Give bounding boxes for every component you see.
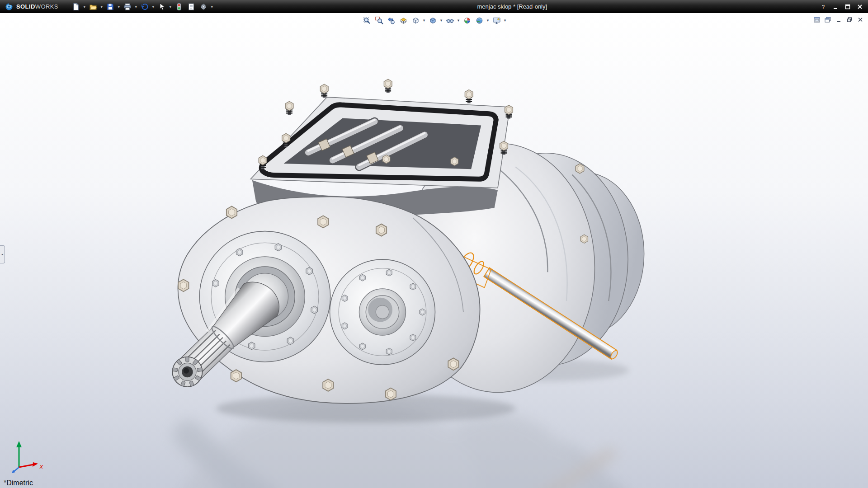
triad-z-axis	[14, 467, 19, 472]
doc-close-button[interactable]	[856, 16, 864, 23]
maximize-button[interactable]	[842, 2, 853, 11]
view-settings-button[interactable]	[491, 14, 502, 26]
cover-bolt[interactable]	[282, 133, 290, 147]
edit-appearance-button[interactable]	[461, 14, 473, 26]
options-button[interactable]	[198, 1, 209, 12]
select-tool-button[interactable]	[156, 1, 168, 12]
doc-window-controls	[813, 16, 864, 23]
help-button[interactable]: ?	[818, 2, 829, 11]
zoom-to-area-button[interactable]	[373, 14, 385, 26]
heads-up-toolbar: ▾▾▾▾▾	[361, 14, 507, 26]
flange-bolt[interactable]	[448, 358, 458, 370]
solidworks-window: SOLIDWORKS ▾▾▾▾▾▾▾ menjac sklop * [Read-…	[0, 0, 868, 488]
doc-cascade-button[interactable]	[824, 16, 832, 23]
minimize-button[interactable]	[830, 2, 841, 11]
model-canvas[interactable]	[0, 13, 868, 488]
top-cover[interactable]	[250, 79, 513, 188]
view-orientation-button-dropdown[interactable]: ▾	[422, 14, 426, 26]
graphics-area[interactable]: ▾▾▾▾▾ ◄ x *Dimetric	[0, 13, 868, 488]
save-button[interactable]	[104, 1, 116, 12]
doc-restore-button[interactable]	[845, 16, 854, 23]
zoom-to-fit-button[interactable]	[361, 14, 373, 26]
window-controls: ?	[818, 2, 868, 11]
apply-scene-button[interactable]	[473, 14, 485, 26]
cover-bolt[interactable]	[320, 84, 328, 98]
triad-x-axis	[19, 465, 33, 467]
doc-tile-button[interactable]	[813, 16, 821, 23]
view-orientation-label: *Dimetric	[4, 479, 33, 487]
print-button[interactable]	[122, 1, 133, 12]
section-view-button[interactable]	[397, 14, 409, 26]
open-document-button[interactable]	[87, 1, 99, 12]
rear-bolt[interactable]	[576, 164, 584, 174]
app-brand: SOLIDWORKS	[0, 3, 63, 11]
options-button-dropdown[interactable]: ▾	[210, 1, 214, 12]
flange-bolt[interactable]	[226, 206, 237, 218]
triad-x-label: x	[39, 463, 43, 470]
cover-bolt[interactable]	[384, 79, 392, 93]
print-button-dropdown[interactable]: ▾	[134, 1, 138, 12]
undo-button[interactable]	[139, 1, 151, 12]
file-properties-button[interactable]	[185, 1, 197, 12]
flange-bolt[interactable]	[323, 379, 333, 391]
undo-button-dropdown[interactable]: ▾	[151, 1, 156, 12]
rear-bolt[interactable]	[580, 235, 588, 243]
featuremanager-collapsed-tab[interactable]: ◄	[0, 245, 5, 263]
flange-bolt[interactable]	[231, 370, 241, 382]
cover-bolt[interactable]	[465, 90, 473, 103]
cover-bolt[interactable]	[285, 101, 293, 115]
app-name: SOLIDWORKS	[16, 3, 58, 10]
select-tool-button-dropdown[interactable]: ▾	[168, 1, 173, 12]
hide-show-items-button-dropdown[interactable]: ▾	[456, 14, 461, 26]
cover-bolt[interactable]	[451, 157, 458, 166]
svg-text:?: ?	[822, 4, 825, 9]
flange-bolt[interactable]	[386, 388, 396, 400]
quick-access-toolbar: ▾▾▾▾▾▾▾	[70, 1, 214, 12]
display-style-button-dropdown[interactable]: ▾	[439, 14, 443, 26]
save-button-dropdown[interactable]: ▾	[117, 1, 121, 12]
flange-bolt[interactable]	[376, 224, 387, 236]
cover-bolt[interactable]	[505, 105, 513, 119]
close-button[interactable]	[854, 2, 865, 11]
hide-show-items-button[interactable]	[444, 14, 456, 26]
window-title: menjac sklop * [Read-only]	[477, 3, 547, 10]
cover-bolt[interactable]	[259, 155, 267, 169]
apply-scene-button-dropdown[interactable]: ▾	[486, 14, 490, 26]
open-document-button-dropdown[interactable]: ▾	[99, 1, 104, 12]
display-style-button[interactable]	[427, 14, 439, 26]
new-document-button[interactable]	[70, 1, 82, 12]
orientation-triad: x	[8, 435, 49, 475]
view-orientation-button[interactable]	[410, 14, 421, 26]
secondary-flange[interactable]	[330, 259, 435, 365]
view-settings-button-dropdown[interactable]: ▾	[503, 14, 507, 26]
cover-bolt[interactable]	[382, 155, 390, 164]
flange-bolt[interactable]	[318, 216, 328, 228]
flange-bolt[interactable]	[178, 279, 189, 291]
doc-minimize-button[interactable]	[835, 16, 843, 23]
rebuild-button[interactable]	[173, 1, 185, 12]
titlebar: SOLIDWORKS ▾▾▾▾▾▾▾ menjac sklop * [Read-…	[0, 0, 868, 13]
solidworks-logo-icon	[5, 3, 14, 11]
cover-bolt[interactable]	[500, 141, 508, 155]
spline-end[interactable]	[172, 357, 202, 387]
new-document-button-dropdown[interactable]: ▾	[82, 1, 87, 12]
previous-view-button[interactable]	[385, 14, 397, 26]
